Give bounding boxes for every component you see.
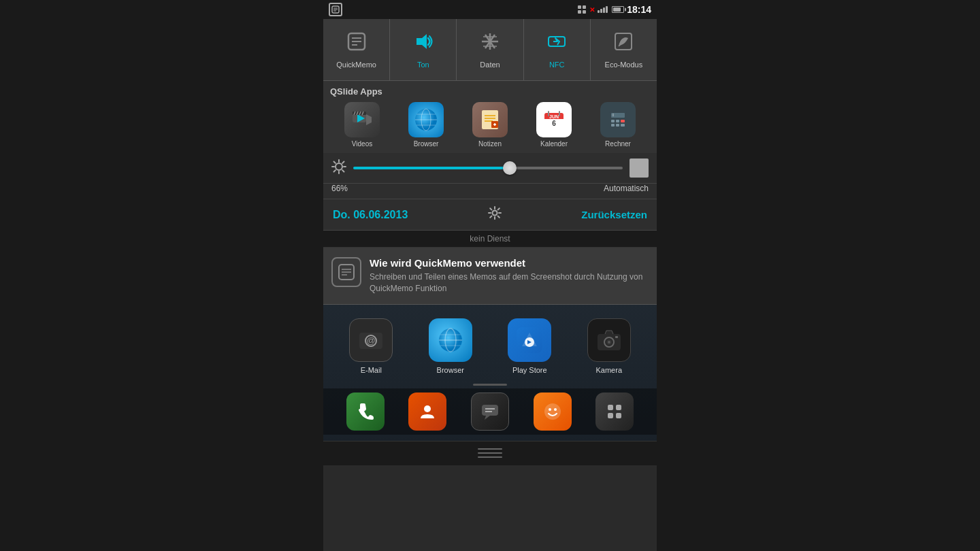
dock-face[interactable] <box>534 393 572 431</box>
svg-point-84 <box>608 341 610 344</box>
brightness-percent-label: 66% <box>331 184 348 193</box>
svg-rect-96 <box>608 413 613 418</box>
notizen-label: Notizen <box>478 140 502 148</box>
svg-line-62 <box>342 170 344 171</box>
svg-rect-4 <box>578 5 581 9</box>
svg-rect-53 <box>616 124 619 127</box>
svg-marker-21 <box>366 114 372 125</box>
brightness-auto-control[interactable] <box>630 158 649 178</box>
brightness-track <box>353 167 623 169</box>
svg-rect-51 <box>621 120 625 122</box>
camera-label: Kamera <box>595 366 622 374</box>
rechner-icon: 0 <box>600 102 636 137</box>
ton-label: Ton <box>417 61 429 69</box>
reset-button[interactable]: Zurücksetzen <box>581 209 647 220</box>
browser-label: Browser <box>414 140 439 148</box>
nav-lines-icon <box>478 448 502 458</box>
brightness-auto-label: Automatisch <box>604 184 649 193</box>
red-x-icon: ✕ <box>589 6 595 14</box>
svg-rect-5 <box>583 5 586 9</box>
notification-app-icon <box>331 257 361 287</box>
app-browser[interactable]: Browser <box>429 318 472 374</box>
brightness-icon <box>331 159 346 178</box>
videos-icon <box>344 102 380 137</box>
svg-rect-87 <box>482 405 498 416</box>
svg-point-93 <box>554 408 557 411</box>
notification-title: Wie wird QuickMemo verwendet <box>370 257 649 269</box>
svg-point-56 <box>336 163 342 170</box>
camera-icon <box>587 318 631 362</box>
brightness-thumb <box>503 161 517 175</box>
status-time: 18:14 <box>627 4 651 15</box>
dock-sms[interactable] <box>471 393 509 431</box>
status-bar-right: ✕ 18:14 <box>577 4 651 15</box>
svg-point-65 <box>492 211 497 216</box>
brightness-auto-box <box>630 158 649 178</box>
notification-body: Schreiben und Teilen eines Memos auf dem… <box>370 271 649 295</box>
rechner-label: Rechner <box>605 140 631 148</box>
phone-screen: ✕ 18:14 <box>323 0 657 551</box>
nfc-label: NFC <box>549 61 565 69</box>
svg-rect-95 <box>616 405 621 410</box>
qslide-app-notizen[interactable]: Notizen <box>472 102 508 148</box>
nfc-icon <box>546 31 567 56</box>
svg-rect-85 <box>615 336 618 338</box>
quick-item-ecomodus[interactable]: Eco-Modus <box>591 19 657 80</box>
qslide-app-browser[interactable]: Browser <box>408 102 444 148</box>
ecomodus-label: Eco-Modus <box>605 61 643 69</box>
email-label: E-Mail <box>361 366 382 374</box>
qslide-section: QSlide Apps Videos <box>323 81 657 153</box>
svg-rect-6 <box>578 10 581 14</box>
page-indicator-line <box>473 384 507 386</box>
svg-rect-7 <box>583 10 586 14</box>
qslide-app-rechner[interactable]: 0 Rechner <box>600 102 636 148</box>
qslide-title: QSlide Apps <box>330 86 650 97</box>
quick-settings-row: QuickMemo Ton <box>323 19 657 81</box>
dock-phone[interactable] <box>346 393 385 431</box>
date-display: Do. 06.06.2013 <box>333 209 408 221</box>
svg-line-63 <box>342 161 344 163</box>
kalender-label: Kalender <box>540 140 568 148</box>
svg-rect-54 <box>621 124 625 127</box>
app-email[interactable]: @ E-Mail <box>349 318 393 374</box>
svg-text:JUN: JUN <box>549 114 559 119</box>
svg-point-92 <box>549 408 551 411</box>
brightness-row: 66% <box>323 153 657 184</box>
svg-rect-52 <box>611 124 615 127</box>
qslide-app-videos[interactable]: Videos <box>344 102 380 148</box>
browser-icon <box>408 102 444 137</box>
page-indicator <box>323 381 657 388</box>
browser-home-label: Browser <box>437 366 464 374</box>
svg-text:@: @ <box>367 335 376 346</box>
brightness-slider[interactable] <box>353 161 623 175</box>
settings-gear-icon[interactable] <box>488 206 502 223</box>
playstore-label: Play Store <box>512 366 547 374</box>
status-bar: ✕ 18:14 <box>323 0 657 19</box>
date-row: Do. 06.06.2013 Zurücksetzen <box>323 199 657 231</box>
qslide-apps-grid: Videos <box>330 102 650 148</box>
app-playstore[interactable]: Play Store <box>508 318 551 374</box>
battery-icon <box>612 6 624 13</box>
notizen-icon <box>472 102 508 137</box>
signal-bars-icon <box>598 6 608 13</box>
svg-rect-97 <box>616 413 621 418</box>
qslide-app-kalender[interactable]: JUN 6 Kalender <box>536 102 572 148</box>
quick-item-nfc[interactable]: NFC <box>524 19 591 80</box>
dock-apps[interactable] <box>595 393 634 431</box>
app-camera[interactable]: Kamera <box>587 318 631 374</box>
ton-icon <box>413 31 434 56</box>
notification-card[interactable]: Wie wird QuickMemo verwendet Schreiben u… <box>323 248 657 305</box>
quickmemo-label: QuickMemo <box>336 61 376 69</box>
svg-point-86 <box>424 405 431 412</box>
grid-status-icon <box>577 5 587 14</box>
svg-rect-50 <box>616 120 619 122</box>
quickmemo-icon <box>346 31 367 56</box>
quick-item-quickmemo[interactable]: QuickMemo <box>323 19 390 80</box>
dock-contacts[interactable] <box>408 393 446 431</box>
quick-item-ton[interactable]: Ton <box>390 19 457 80</box>
status-bar-left <box>329 3 342 16</box>
quick-item-daten[interactable]: Daten <box>457 19 523 80</box>
daten-icon <box>480 31 500 56</box>
browser-home-icon <box>429 318 472 362</box>
notification-content: Wie wird QuickMemo verwendet Schreiben u… <box>370 257 649 295</box>
